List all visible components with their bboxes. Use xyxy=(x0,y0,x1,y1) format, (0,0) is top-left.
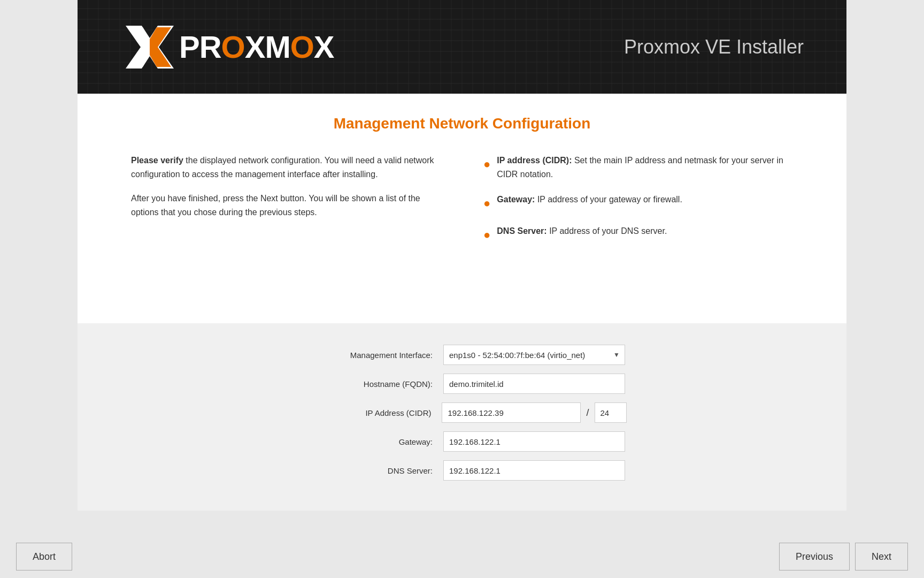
hostname-input[interactable] xyxy=(443,374,625,394)
gateway-row: Gateway: xyxy=(110,431,814,452)
hostname-row: Hostname (FQDN): xyxy=(110,374,814,394)
cidr-group: / xyxy=(442,402,626,423)
bullet-1-bold: IP address (CIDR): xyxy=(497,156,572,165)
abort-button[interactable]: Abort xyxy=(16,543,72,571)
page-title: Management Network Configuration xyxy=(110,115,814,132)
next-button[interactable]: Next xyxy=(855,543,908,571)
ip-address-input[interactable] xyxy=(442,402,581,423)
previous-button[interactable]: Previous xyxy=(779,543,850,571)
description-section: Please verify the displayed network conf… xyxy=(110,154,814,256)
ip-address-label: IP Address (CIDR) xyxy=(297,408,431,417)
bullet-item-2: ● Gateway: IP address of your gateway or… xyxy=(483,193,793,212)
dns-label: DNS Server: xyxy=(299,466,433,475)
main-content: Management Network Configuration Please … xyxy=(78,94,846,323)
footer-right-buttons: Previous Next xyxy=(779,543,908,571)
logo-area: PROXMOX xyxy=(120,23,334,71)
left-para-2: After you have finished, press the Next … xyxy=(131,192,441,219)
brand-name: PROXMOX xyxy=(179,29,334,65)
ip-address-row: IP Address (CIDR) / xyxy=(110,402,814,423)
left-para-1: Please verify the displayed network conf… xyxy=(131,154,441,181)
footer: Abort Previous Next xyxy=(0,535,924,578)
bullet-text-3: DNS Server: IP address of your DNS serve… xyxy=(497,224,667,238)
proxmox-logo-icon xyxy=(120,23,179,71)
bullet-item-3: ● DNS Server: IP address of your DNS ser… xyxy=(483,224,793,244)
bullet-3-rest: IP address of your DNS server. xyxy=(549,226,667,235)
management-interface-label: Management Interface: xyxy=(299,351,433,360)
cidr-separator: / xyxy=(586,407,589,419)
installer-title: Proxmox VE Installer xyxy=(624,36,804,58)
bullet-3-bold: DNS Server: xyxy=(497,226,546,235)
gateway-label: Gateway: xyxy=(299,437,433,446)
header: PROXMOX Proxmox VE Installer xyxy=(78,0,846,94)
bullet-dot-1: ● xyxy=(483,155,490,173)
hostname-label: Hostname (FQDN): xyxy=(299,379,433,389)
dns-input[interactable] xyxy=(443,460,625,481)
management-interface-select[interactable]: enp1s0 - 52:54:00:7f:be:64 (virtio_net) xyxy=(443,345,625,365)
left-para-1-bold: Please verify xyxy=(131,156,183,165)
left-description: Please verify the displayed network conf… xyxy=(131,154,441,256)
management-interface-row: Management Interface: enp1s0 - 52:54:00:… xyxy=(110,345,814,365)
form-section: Management Interface: enp1s0 - 52:54:00:… xyxy=(78,323,846,511)
bullet-text-1: IP address (CIDR): Set the main IP addre… xyxy=(497,154,793,181)
bullet-item-1: ● IP address (CIDR): Set the main IP add… xyxy=(483,154,793,181)
right-description: ● IP address (CIDR): Set the main IP add… xyxy=(483,154,793,256)
management-interface-select-wrapper: enp1s0 - 52:54:00:7f:be:64 (virtio_net) … xyxy=(443,345,625,365)
bullet-dot-2: ● xyxy=(483,194,490,212)
bullet-dot-3: ● xyxy=(483,225,490,244)
cidr-mask-input[interactable] xyxy=(595,402,627,423)
dns-row: DNS Server: xyxy=(110,460,814,481)
gateway-input[interactable] xyxy=(443,431,625,452)
bullet-2-rest: IP address of your gateway or firewall. xyxy=(537,195,682,204)
bullet-2-bold: Gateway: xyxy=(497,195,535,204)
bullet-text-2: Gateway: IP address of your gateway or f… xyxy=(497,193,682,207)
